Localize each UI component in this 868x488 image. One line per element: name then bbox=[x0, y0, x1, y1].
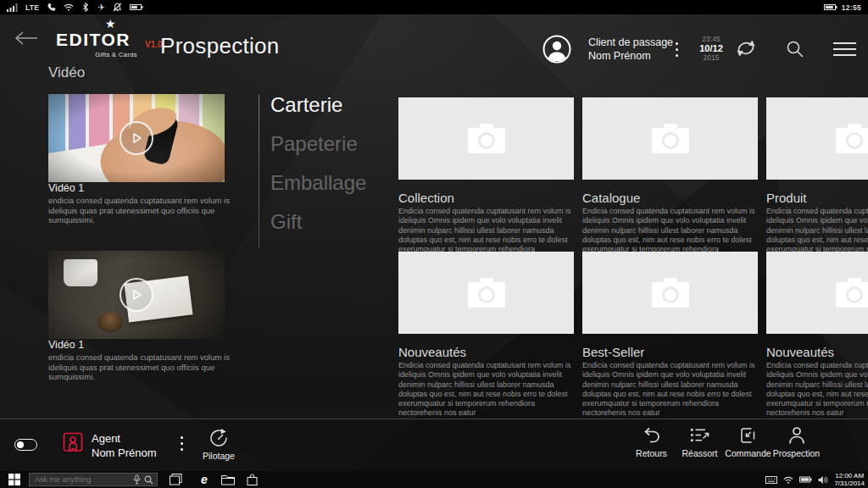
battery-icon[interactable] bbox=[799, 476, 812, 483]
image-placeholder[interactable] bbox=[766, 252, 868, 334]
agent-toggle[interactable] bbox=[14, 439, 37, 451]
system-tray: 12:00 AM 7/31/2014 bbox=[765, 472, 868, 487]
card-title[interactable]: Best-Seller bbox=[582, 345, 758, 359]
more-options-icon[interactable] bbox=[676, 42, 678, 57]
app-logo[interactable]: EDITOR ★ Gifts & Cards bbox=[56, 20, 137, 61]
category-item-gift[interactable]: Gift bbox=[270, 209, 366, 235]
task-view-button[interactable] bbox=[164, 471, 186, 488]
prospection-button[interactable]: Prospection bbox=[772, 426, 821, 458]
notifications-muted-icon bbox=[113, 3, 122, 12]
wifi-icon bbox=[64, 3, 74, 11]
product-card: Produit Endicia consed quatenda cuptatus… bbox=[766, 97, 868, 264]
product-card: Best-Seller Endicia consed quatenda cupt… bbox=[582, 252, 758, 419]
taskbar-search[interactable] bbox=[29, 473, 158, 486]
category-item-emballage[interactable]: Emballage bbox=[270, 170, 366, 196]
camera-icon bbox=[835, 277, 868, 309]
card-title[interactable]: Nouveautés bbox=[398, 345, 574, 359]
commande-button[interactable]: Commande bbox=[724, 426, 772, 458]
client-type: Client de passage bbox=[588, 36, 673, 49]
user-avatar[interactable] bbox=[542, 35, 571, 64]
volume-icon[interactable] bbox=[818, 475, 828, 485]
edge-icon: e bbox=[201, 474, 208, 485]
bar-actions: Retours Réassort bbox=[627, 426, 821, 458]
status-bar: LTE ✈ 12:55 bbox=[0, 0, 868, 14]
play-icon bbox=[120, 278, 153, 312]
video-description: endicia consed quatenda cuptatusant rem … bbox=[48, 196, 238, 225]
touch-keyboard-icon[interactable] bbox=[765, 475, 777, 485]
play-button[interactable] bbox=[48, 251, 225, 339]
pilotage-label: Pilotage bbox=[203, 451, 235, 461]
app-header: EDITOR ★ Gifts & Cards V1.0 Prospection … bbox=[0, 14, 868, 64]
video-section-title: Vidéo bbox=[48, 64, 85, 81]
back-button[interactable] bbox=[14, 25, 42, 51]
start-button[interactable] bbox=[0, 471, 29, 488]
person-icon bbox=[787, 426, 806, 445]
play-button[interactable] bbox=[48, 94, 225, 182]
image-placeholder[interactable] bbox=[582, 252, 758, 334]
card-title[interactable]: Catalogue bbox=[582, 191, 758, 205]
cellular-signal-icon bbox=[7, 3, 18, 12]
camera-icon bbox=[835, 123, 868, 155]
category-menu: Carterie Papeterie Emballage Gift bbox=[270, 92, 366, 235]
microphone-icon[interactable] bbox=[133, 474, 141, 485]
windows-logo-icon bbox=[8, 474, 20, 485]
camera-icon bbox=[651, 123, 690, 155]
sync-icon[interactable] bbox=[734, 37, 758, 59]
video-title: Vidéo 1 bbox=[48, 182, 238, 194]
file-explorer-button[interactable] bbox=[217, 471, 239, 488]
client-info[interactable]: Client de passage Nom Prénom bbox=[588, 36, 673, 63]
pilotage-icon bbox=[208, 428, 230, 448]
last-sync-year: 2015 bbox=[695, 53, 727, 63]
order-document-icon bbox=[738, 426, 759, 445]
image-placeholder[interactable] bbox=[582, 97, 758, 180]
wifi-icon[interactable] bbox=[783, 476, 793, 484]
video-thumbnail[interactable] bbox=[48, 94, 225, 182]
pilotage-button[interactable]: Pilotage bbox=[200, 428, 237, 461]
card-title[interactable]: Produit bbox=[766, 191, 868, 205]
card-title[interactable]: Nouveautés bbox=[766, 345, 868, 359]
category-item-carterie[interactable]: Carterie bbox=[270, 92, 366, 118]
card-description: Endicia consed quatenda cuptatusant rem … bbox=[398, 361, 574, 419]
camera-icon bbox=[651, 277, 690, 309]
video-title: Vidéo 1 bbox=[48, 339, 238, 351]
retours-button[interactable]: Retours bbox=[627, 426, 676, 458]
image-placeholder[interactable] bbox=[766, 97, 868, 180]
carrier-label: LTE bbox=[25, 3, 39, 12]
search-input[interactable] bbox=[30, 475, 133, 484]
store-button[interactable] bbox=[241, 471, 263, 488]
video-thumbnail[interactable] bbox=[48, 251, 225, 339]
category-item-papeterie[interactable]: Papeterie bbox=[270, 131, 366, 157]
restock-list-icon bbox=[690, 426, 710, 445]
card-title[interactable]: Collection bbox=[398, 191, 574, 205]
image-placeholder[interactable] bbox=[398, 97, 574, 180]
battery-saver-icon bbox=[130, 3, 143, 11]
app-window: LTE ✈ 12:55 bbox=[0, 0, 868, 488]
hamburger-menu-icon[interactable] bbox=[833, 42, 856, 60]
airplane-mode-icon: ✈ bbox=[97, 3, 104, 12]
card-description: Endicia consed quatenda cuptatusant rem … bbox=[766, 361, 868, 419]
reassort-button[interactable]: Réassort bbox=[676, 426, 724, 458]
search-icon[interactable] bbox=[786, 40, 804, 58]
product-card: Nouveautés Endicia consed quatenda cupta… bbox=[766, 252, 868, 419]
phone-icon bbox=[47, 3, 56, 12]
undo-icon bbox=[642, 426, 662, 445]
tray-clock[interactable]: 12:00 AM 7/31/2014 bbox=[834, 472, 865, 487]
windows-taskbar: e 12:00 AM 7/31/2014 bbox=[0, 471, 868, 488]
product-card: Catalogue Endicia consed quatenda cuptat… bbox=[582, 97, 758, 264]
video-description: endicia consed quatenda cuptatusant rem … bbox=[48, 352, 238, 382]
category-divider bbox=[259, 95, 259, 247]
battery-icon bbox=[824, 3, 837, 11]
search-icon[interactable] bbox=[144, 475, 153, 485]
edge-button[interactable]: e bbox=[193, 471, 215, 488]
agent-more-options-icon[interactable] bbox=[181, 436, 183, 451]
camera-icon bbox=[467, 277, 506, 309]
camera-icon bbox=[467, 123, 506, 155]
logo-subtext: Gifts & Cards bbox=[95, 51, 137, 58]
star-icon: ★ bbox=[105, 17, 116, 30]
play-icon bbox=[120, 121, 153, 155]
agent-badge-icon[interactable] bbox=[63, 432, 84, 455]
product-card: Collection Endicia consed quatenda cupta… bbox=[398, 97, 574, 264]
agent-info[interactable]: Agent Nom Prénom bbox=[92, 431, 157, 460]
client-name: Nom Prénom bbox=[588, 49, 673, 63]
image-placeholder[interactable] bbox=[398, 252, 574, 334]
